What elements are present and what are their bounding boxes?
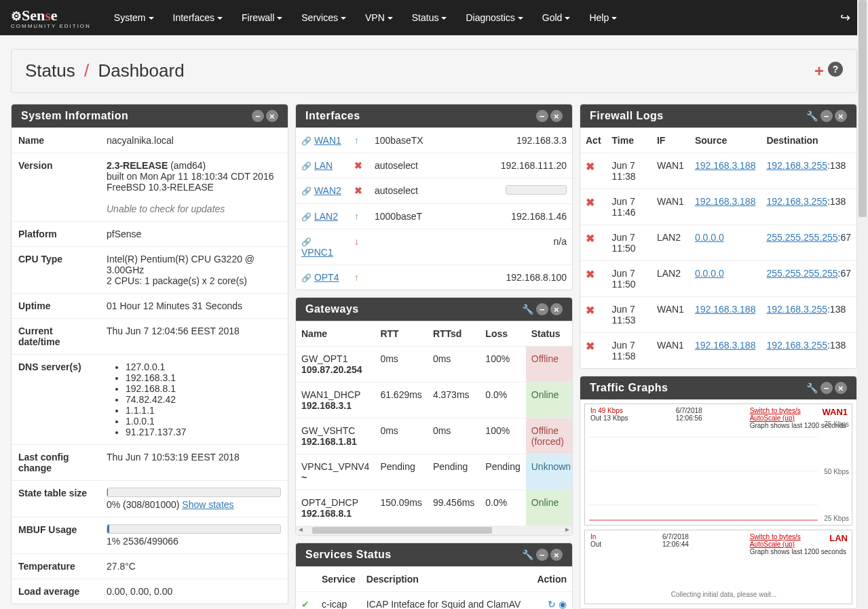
nav-interfaces[interactable]: Interfaces [164, 4, 232, 31]
restart-icon[interactable]: ↻ [548, 599, 556, 609]
wrench-icon[interactable]: 🔧 [522, 303, 534, 315]
logo[interactable]: ⚙Sense COMMUNITY EDITION [11, 7, 91, 29]
dest-ip-link[interactable]: 192.168.3.255 [766, 304, 827, 315]
block-icon[interactable]: ✖ [586, 340, 595, 352]
vertical-scrollbar[interactable] [857, 0, 868, 609]
close-icon[interactable]: × [835, 382, 847, 394]
graph-interface-label: LAN [829, 533, 848, 543]
source-ip-link[interactable]: 0.0.0.0 [695, 268, 724, 279]
minimize-icon[interactable]: − [820, 382, 833, 394]
system-info-table: Namenacyalnika.local Version 2.3-RELEASE… [12, 127, 288, 604]
interface-link[interactable]: WAN2 [314, 185, 341, 196]
close-icon[interactable]: × [550, 549, 563, 561]
services-status-panel: Services Status 🔧−× ServiceDescriptionAc… [295, 543, 573, 609]
interface-link[interactable]: LAN [314, 160, 333, 171]
log-interface: WAN1 [652, 297, 690, 333]
nav-status[interactable]: Status [402, 4, 457, 31]
status-down-icon: ↓ [354, 236, 359, 247]
nav-firewall[interactable]: Firewall [232, 4, 292, 31]
minimize-icon[interactable]: − [820, 110, 833, 122]
nav-menu: System Interfaces Firewall Services VPN … [105, 4, 626, 31]
wrench-icon[interactable]: 🔧 [806, 382, 818, 394]
source-ip-link[interactable]: 192.168.3.188 [695, 304, 756, 315]
close-icon[interactable]: × [266, 110, 278, 122]
dest-ip-link[interactable]: 192.168.3.255 [766, 196, 827, 207]
gateway-status: Offline (forced) [526, 418, 572, 454]
service-row: ✔c-icapICAP Inteface for Squid and ClamA… [296, 592, 572, 610]
nav-vpn[interactable]: VPN [356, 4, 402, 31]
dest-ip-link[interactable]: 192.168.3.255 [766, 160, 827, 171]
breadcrumb-root[interactable]: Status [25, 60, 75, 81]
panel-title: Gateways [305, 303, 359, 315]
autoscale-link[interactable]: AutoScale (up) [750, 414, 795, 422]
interface-link[interactable]: VPNC1 [301, 247, 333, 258]
dns-entry: 192.168.8.1 [126, 383, 281, 394]
show-states-link[interactable]: Show states [182, 499, 233, 510]
dest-ip-link[interactable]: 255.255.255.255 [766, 232, 837, 243]
help-icon[interactable]: ? [828, 62, 843, 77]
source-ip-link[interactable]: 192.168.3.188 [695, 160, 756, 171]
interface-link[interactable]: WAN1 [314, 135, 341, 146]
wrench-icon[interactable]: 🔧 [522, 549, 534, 561]
interface-media: 100baseTX [369, 128, 457, 153]
switch-bytes-link[interactable]: Switch to bytes/s [750, 533, 801, 541]
log-time: Jun 7 11:50 [607, 225, 652, 261]
page-title: Dashboard [98, 60, 184, 81]
hostname: nacyalnika.local [100, 128, 288, 153]
source-ip-link[interactable]: 0.0.0.0 [695, 232, 724, 243]
interfaces-panel: Interfaces −× 🔗 WAN1↑100baseTX 192.168.3… [295, 104, 573, 290]
close-icon[interactable]: × [550, 110, 563, 122]
dest-ip-link[interactable]: 255.255.255.255 [766, 268, 837, 279]
switch-bytes-link[interactable]: Switch to bytes/s [750, 407, 801, 414]
firewall-logs-table: ActTimeIFSourceDestination✖Jun 7 11:38WA… [580, 127, 856, 368]
interface-link[interactable]: LAN2 [314, 211, 338, 222]
log-row: ✖Jun 7 11:53WAN1192.168.3.188192.168.3.2… [580, 297, 856, 333]
block-icon[interactable]: ✖ [586, 304, 595, 316]
block-icon[interactable]: ✖ [586, 269, 595, 280]
gateway-row: GW_VSHTC192.168.1.810ms0ms100%Offline (f… [296, 418, 572, 454]
wrench-icon[interactable]: 🔧 [806, 110, 818, 122]
interface-ip: 192.168.8.100 [457, 265, 572, 290]
logout-icon[interactable]: ↪ [840, 10, 857, 25]
dns-entry: 1.0.0.1 [126, 416, 281, 427]
dns-entry: 192.168.3.1 [126, 372, 281, 383]
close-icon[interactable]: × [835, 110, 847, 122]
stop-icon[interactable]: ◉ [559, 599, 567, 609]
dest-ip-link[interactable]: 192.168.3.255 [766, 340, 827, 351]
block-icon[interactable]: ✖ [586, 233, 595, 244]
minimize-icon[interactable]: − [536, 303, 548, 315]
close-icon[interactable]: × [550, 303, 563, 315]
block-icon[interactable]: ✖ [586, 161, 595, 172]
nav-services[interactable]: Services [292, 4, 356, 31]
source-ip-link[interactable]: 192.168.3.188 [695, 196, 756, 207]
interface-media [369, 265, 457, 290]
dns-entry: 91.217.137.37 [126, 427, 281, 437]
nav-help[interactable]: Help [580, 4, 626, 31]
panel-title: System Information [21, 110, 128, 122]
source-ip-link[interactable]: 192.168.3.188 [695, 340, 756, 351]
page-header: Status / Dashboard + ? [11, 49, 857, 93]
nav-diagnostics[interactable]: Diagnostics [456, 4, 532, 31]
interface-media [369, 229, 457, 265]
minimize-icon[interactable]: − [252, 110, 264, 122]
gateway-row: WAN1_DHCP192.168.3.161.629ms4.373ms0.0%O… [296, 382, 572, 418]
dashboard: System Information − × Namenacyalnika.lo… [0, 104, 868, 609]
add-widget-icon[interactable]: + [814, 62, 824, 81]
gateway-name: GW_OPT1109.87.20.254 [296, 347, 375, 382]
interface-row: 🔗 WAN2✖autoselect [296, 178, 572, 204]
minimize-icon[interactable]: − [536, 549, 548, 561]
interface-row: 🔗 VPNC1↓n/a [296, 229, 572, 265]
horizontal-scrollbar[interactable]: ◄► [296, 526, 572, 535]
minimize-icon[interactable]: − [536, 110, 548, 122]
interface-link[interactable]: OPT4 [314, 272, 339, 283]
dns-entry: 127.0.0.1 [126, 361, 281, 372]
autoscale-link[interactable]: AutoScale (up) [750, 541, 795, 548]
gateway-status: Online [526, 490, 572, 526]
service-name: c-icap [316, 592, 361, 610]
service-desc: ICAP Inteface for Squid and ClamAV integ… [361, 592, 532, 610]
interface-ip: 192.168.1.46 [457, 204, 572, 229]
nav-gold[interactable]: Gold [533, 4, 580, 31]
log-interface: LAN2 [652, 261, 690, 297]
block-icon[interactable]: ✖ [586, 197, 595, 208]
nav-system[interactable]: System [105, 4, 164, 31]
